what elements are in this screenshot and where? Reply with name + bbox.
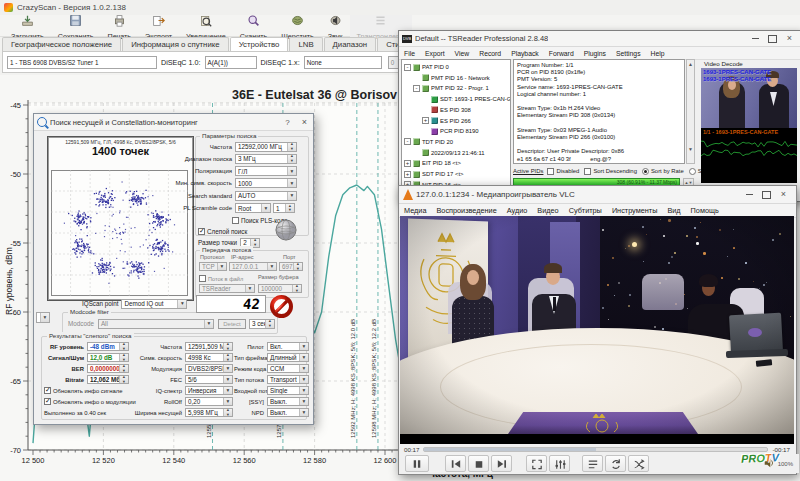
- dropdown-arrow-icon[interactable]: ▾: [299, 354, 308, 362]
- spinner-arrows-icon[interactable]: ▴▾: [119, 343, 128, 351]
- tree-item[interactable]: -PMT PID 32 - Progr. 1: [413, 83, 489, 93]
- vlc-menu-воспроизведение[interactable]: Воспроизведение: [431, 206, 501, 215]
- dropdown-arrow-icon[interactable]: ▾: [267, 263, 276, 270]
- tsreader-menu-view[interactable]: View: [450, 50, 475, 57]
- dialog-close-button[interactable]: ×: [296, 117, 313, 128]
- vlc-fullscreen-button[interactable]: [526, 455, 547, 472]
- vlc-minimize-button[interactable]: [741, 189, 758, 200]
- spinner-arrows-icon[interactable]: ▴▾: [223, 409, 232, 417]
- tree-item[interactable]: -PAT PID 0: [404, 62, 449, 72]
- sort-by-rate-radio[interactable]: [642, 168, 649, 175]
- vlc-menu-субтитры[interactable]: Субтитры: [564, 206, 607, 215]
- result-spinner[interactable]: 4998 Кс▴▾: [185, 353, 233, 363]
- tree-item[interactable]: SDT: 1693-1 PRES-CAN-GATE: [422, 94, 511, 104]
- toolbar-button-sound[interactable]: Звук: [321, 15, 350, 38]
- param-combo[interactable]: 1000▾: [235, 178, 297, 188]
- pls-search-checkbox[interactable]: [232, 217, 239, 224]
- result-combo[interactable]: 0,20▾: [185, 397, 233, 407]
- vlc-titlebar[interactable]: 127.0.0.1:1234 - Медиапроигрыватель VLC …: [399, 186, 796, 204]
- result-combo[interactable]: Вкл.▾: [267, 342, 309, 352]
- tree-item[interactable]: +ES PID 266: [422, 116, 471, 126]
- tuner-combo[interactable]: 1 - TBS 6908 DVBS/S2 Tuner 1: [7, 56, 157, 69]
- result-combo[interactable]: Выкл.▾: [267, 408, 309, 418]
- collapse-icon[interactable]: -: [404, 64, 411, 71]
- dropdown-arrow-icon[interactable]: ▾: [299, 387, 308, 395]
- dropdown-arrow-icon[interactable]: ▾: [217, 263, 226, 270]
- dropdown-arrow-icon[interactable]: ▾: [40, 313, 49, 322]
- dialog-titlebar[interactable]: Поиск несущей и Constellation-мониторинг…: [34, 114, 313, 131]
- iqscan-combo[interactable]: Demod IQ out▾: [121, 299, 187, 309]
- stop-button[interactable]: [270, 295, 293, 318]
- spinner-arrows-icon[interactable]: ▴▾: [285, 204, 294, 212]
- result-combo[interactable]: Выкл.▾: [267, 397, 309, 407]
- results-update-checkbox[interactable]: [44, 387, 51, 394]
- tsreader-menu-export[interactable]: Export: [420, 50, 450, 57]
- result-combo[interactable]: CCM▾: [267, 364, 309, 374]
- dropdown-arrow-icon[interactable]: ▾: [299, 398, 308, 406]
- detect-button[interactable]: Detect: [218, 319, 246, 329]
- dropdown-arrow-icon[interactable]: ▾: [204, 320, 213, 328]
- vlc-menu-видео[interactable]: Видео: [532, 206, 563, 215]
- diseqc1x-combo[interactable]: None: [304, 56, 382, 69]
- tab-3[interactable]: Устройство: [230, 37, 289, 52]
- param-combo[interactable]: Г/Л▾: [235, 166, 297, 176]
- toolbar-button-comb[interactable]: Шерстить: [274, 15, 321, 38]
- tsreader-info-scrollbar[interactable]: ▲ ▼: [686, 59, 695, 164]
- tsreader-menu-help[interactable]: Help: [646, 50, 670, 57]
- tsreader-menu-playback[interactable]: Playback: [506, 50, 544, 57]
- dropdown-arrow-icon[interactable]: ▾: [287, 192, 296, 200]
- tree-item[interactable]: PMT PID 16 - Network: [413, 73, 490, 83]
- result-spinner[interactable]: 5,998 МГц▴▾: [185, 408, 233, 418]
- result-spinner[interactable]: 0,0000000▴▾: [87, 364, 129, 374]
- port-spinner[interactable]: 6971▴▾: [279, 262, 303, 271]
- tab-2[interactable]: Информация о спутнике: [122, 37, 229, 51]
- tab-5[interactable]: Диапазон: [324, 37, 377, 51]
- param-spinner[interactable]: 12592,000 МГц▴▾: [235, 142, 297, 152]
- tree-item[interactable]: ES PID 308: [422, 105, 471, 115]
- dropdown-arrow-icon[interactable]: ▾: [223, 365, 232, 373]
- dropdown-arrow-icon[interactable]: ▾: [223, 376, 232, 384]
- buffer-spinner[interactable]: 100000▴▾: [258, 284, 302, 293]
- vlc-menu-помощь[interactable]: Помощь: [686, 206, 724, 215]
- vlc-shuffle-button[interactable]: [628, 455, 649, 472]
- expand-icon[interactable]: +: [404, 160, 411, 167]
- spinner-arrows-icon[interactable]: ▴▾: [119, 365, 128, 373]
- vlc-prev-button[interactable]: [445, 455, 466, 472]
- expand-icon[interactable]: +: [404, 171, 411, 178]
- result-spinner[interactable]: -48 dBm▴▾: [87, 342, 129, 352]
- vlc-extended-button[interactable]: [549, 455, 570, 472]
- tsreader-titlebar[interactable]: DVB Default -- TSReader Professional 2.8…: [399, 31, 800, 47]
- modcode-combo[interactable]: All▾: [98, 319, 214, 329]
- tree-item[interactable]: PCR PID 8190: [422, 126, 479, 136]
- vlc-playlist-button[interactable]: [582, 455, 603, 472]
- spinner-arrows-icon[interactable]: ▴▾: [119, 354, 128, 362]
- dropdown-arrow-icon[interactable]: ▾: [287, 179, 296, 187]
- result-combo[interactable]: 5/6▾: [185, 375, 233, 385]
- dropdown-arrow-icon[interactable]: ▾: [287, 167, 296, 175]
- result-spinner[interactable]: 12591,509 МГц▴▾: [185, 342, 233, 352]
- toolbar-button-zoom[interactable]: Увеличение: [179, 15, 233, 38]
- spinner-arrows-icon[interactable]: ▴▾: [293, 263, 302, 270]
- spinner-arrows-icon[interactable]: ▴▾: [223, 343, 232, 351]
- result-combo[interactable]: DVBS2/8PSK▾: [185, 364, 233, 374]
- dialog-help-button[interactable]: ?: [279, 117, 296, 128]
- stream-to-file-checkbox[interactable]: [199, 275, 206, 282]
- tsreader-close-button[interactable]: ×: [781, 33, 798, 44]
- dropdown-arrow-icon[interactable]: ▾: [177, 300, 186, 308]
- dropdown-arrow-icon[interactable]: ▾: [245, 285, 254, 292]
- protocol-combo[interactable]: TCP▾: [199, 262, 227, 271]
- spinner-arrows-icon[interactable]: ▴▾: [292, 285, 301, 292]
- result-combo[interactable]: Transport▾: [267, 375, 309, 385]
- vlc-menu-вид[interactable]: Вид: [662, 206, 685, 215]
- sort-by-pid-radio[interactable]: [689, 168, 696, 175]
- vlc-loop-button[interactable]: [605, 455, 626, 472]
- vlc-close-button[interactable]: ×: [775, 189, 792, 200]
- param-spinner[interactable]: 3 МГц▴▾: [235, 154, 297, 164]
- toolbar-button-load[interactable]: Загрузить: [4, 15, 51, 38]
- tsreader-maximize-button[interactable]: [764, 33, 781, 44]
- tsreader-menu-record[interactable]: Record: [474, 50, 506, 57]
- dropdown-arrow-icon[interactable]: ▾: [223, 398, 232, 406]
- spinner-arrows-icon[interactable]: ▴▾: [287, 143, 296, 151]
- result-spinner[interactable]: 12,062 Мб▴▾: [87, 375, 129, 385]
- collapse-icon[interactable]: -: [413, 85, 420, 92]
